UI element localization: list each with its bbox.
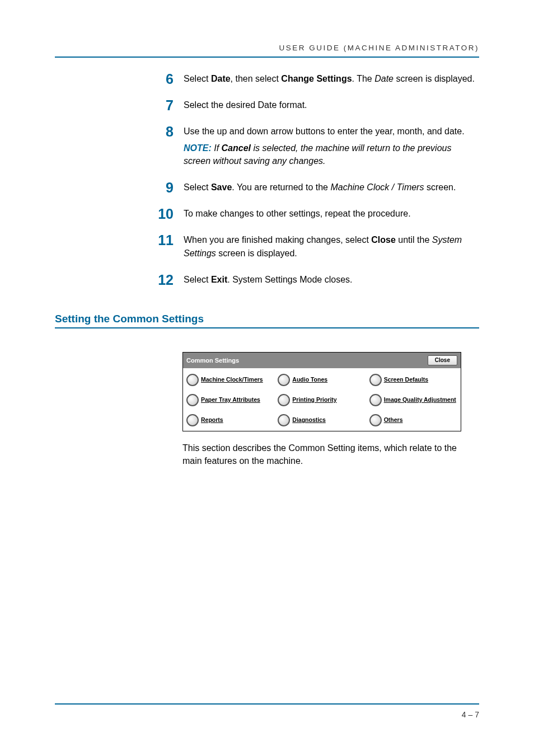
- step-row: 9Select Save. You are returned to the Ma…: [157, 181, 479, 197]
- text-segment: Select: [184, 182, 211, 192]
- text-segment: screen.: [424, 182, 456, 192]
- text-segment: screen is displayed.: [216, 248, 297, 258]
- settings-option[interactable]: Machine Clock/Timers: [186, 374, 274, 386]
- running-header: USER GUIDE (MACHINE ADMINISTRATOR): [55, 44, 479, 52]
- step-body: Select Exit. System Settings Mode closes…: [184, 273, 479, 289]
- step-body: Select Save. You are returned to the Mac…: [184, 181, 479, 197]
- option-label: Machine Clock/Timers: [201, 377, 263, 383]
- radio-icon: [278, 414, 290, 426]
- step-note: NOTE: If Cancel is selected, the machine…: [184, 142, 479, 167]
- text-segment: . System Settings Mode closes.: [227, 275, 352, 284]
- text-segment: Date: [374, 74, 394, 83]
- text-segment: To make changes to other settings, repea…: [184, 209, 411, 218]
- page-number: 4 – 7: [55, 710, 479, 719]
- step-number: 11: [157, 233, 184, 247]
- header-rule: [55, 57, 479, 58]
- step-text: Use the up and down arrow buttons to ent…: [184, 125, 479, 138]
- option-label: Image Quality Adjustment: [384, 397, 456, 403]
- step-row: 11When you are finished making changes, …: [157, 233, 479, 262]
- step-number: 10: [157, 207, 184, 221]
- panel-header: Common Settings Close: [183, 353, 461, 368]
- text-segment: . You are returned to the: [232, 182, 330, 192]
- embedded-ui-panel-wrap: Common Settings Close Machine Clock/Time…: [182, 352, 462, 431]
- radio-icon: [369, 374, 382, 386]
- section-rule: [55, 327, 479, 328]
- step-text: Select Date, then select Change Settings…: [184, 72, 479, 85]
- step-number: 9: [157, 181, 184, 195]
- option-label: Screen Defaults: [384, 377, 428, 383]
- text-segment: Date: [211, 74, 231, 83]
- settings-option[interactable]: Printing Priority: [278, 394, 366, 406]
- note-segment: Cancel: [222, 143, 251, 153]
- radio-icon: [369, 394, 382, 406]
- step-row: 7Select the desired Date format.: [157, 98, 479, 115]
- radio-icon: [278, 374, 290, 386]
- step-body: Select the desired Date format.: [184, 98, 479, 115]
- option-label: Audio Tones: [292, 377, 327, 383]
- page-footer: 4 – 7: [55, 703, 479, 719]
- text-segment: Exit: [211, 275, 227, 284]
- step-text: To make changes to other settings, repea…: [184, 207, 479, 220]
- radio-icon: [186, 394, 199, 406]
- step-number: 6: [157, 72, 184, 86]
- step-row: 12Select Exit. System Settings Mode clos…: [157, 273, 479, 289]
- settings-option[interactable]: Screen Defaults: [369, 374, 457, 386]
- note-lead: NOTE:: [184, 143, 212, 153]
- step-number: 8: [157, 125, 184, 139]
- text-segment: Use the up and down arrow buttons to ent…: [184, 126, 465, 136]
- close-button[interactable]: Close: [428, 355, 457, 365]
- text-segment: Select the desired Date format.: [184, 100, 307, 110]
- step-body: Select Date, then select Change Settings…: [184, 72, 479, 88]
- panel-title: Common Settings: [186, 357, 239, 364]
- text-segment: , then select: [231, 74, 282, 83]
- text-segment: Machine Clock / Timers: [330, 182, 424, 192]
- settings-option[interactable]: Others: [369, 414, 457, 426]
- text-segment: Save: [211, 182, 232, 192]
- text-segment: . The: [352, 74, 375, 83]
- option-label: Paper Tray Attributes: [201, 397, 260, 403]
- radio-icon: [369, 414, 382, 426]
- option-label: Others: [384, 417, 403, 424]
- step-row: 6Select Date, then select Change Setting…: [157, 72, 479, 88]
- text-segment: When you are finished making changes, se…: [184, 235, 371, 245]
- step-text: Select Save. You are returned to the Mac…: [184, 181, 479, 194]
- text-segment: Select: [184, 74, 211, 83]
- radio-icon: [186, 374, 199, 386]
- common-settings-panel: Common Settings Close Machine Clock/Time…: [182, 352, 461, 431]
- option-label: Reports: [201, 417, 223, 424]
- text-segment: screen is displayed.: [394, 74, 475, 83]
- step-body: Use the up and down arrow buttons to ent…: [184, 125, 479, 171]
- step-body: To make changes to other settings, repea…: [184, 207, 479, 223]
- step-text: When you are finished making changes, se…: [184, 233, 479, 259]
- note-segment: If: [212, 143, 222, 153]
- footer-rule: [55, 703, 479, 705]
- text-segment: until the: [396, 235, 432, 245]
- section-heading: Setting the Common Settings: [55, 313, 479, 325]
- text-segment: Change Settings: [281, 74, 352, 83]
- step-body: When you are finished making changes, se…: [184, 233, 479, 262]
- steps-list: 6Select Date, then select Change Setting…: [157, 72, 479, 289]
- radio-icon: [278, 394, 290, 406]
- step-row: 8Use the up and down arrow buttons to en…: [157, 125, 479, 171]
- panel-body: Machine Clock/TimersAudio TonesScreen De…: [183, 368, 461, 431]
- step-number: 12: [157, 273, 184, 287]
- settings-option[interactable]: Paper Tray Attributes: [186, 394, 274, 406]
- text-segment: Close: [371, 235, 396, 245]
- radio-icon: [186, 414, 199, 426]
- settings-option[interactable]: Image Quality Adjustment: [369, 394, 457, 406]
- settings-option[interactable]: Diagnostics: [278, 414, 366, 426]
- settings-option[interactable]: Audio Tones: [278, 374, 366, 386]
- step-text: Select the desired Date format.: [184, 98, 479, 111]
- settings-option[interactable]: Reports: [186, 414, 274, 426]
- step-number: 7: [157, 98, 184, 112]
- option-label: Diagnostics: [292, 417, 326, 424]
- text-segment: Select: [184, 275, 211, 284]
- step-row: 10To make changes to other settings, rep…: [157, 207, 479, 223]
- section-description: This section describes the Common Settin…: [182, 442, 462, 467]
- step-text: Select Exit. System Settings Mode closes…: [184, 273, 479, 286]
- option-label: Printing Priority: [292, 397, 336, 403]
